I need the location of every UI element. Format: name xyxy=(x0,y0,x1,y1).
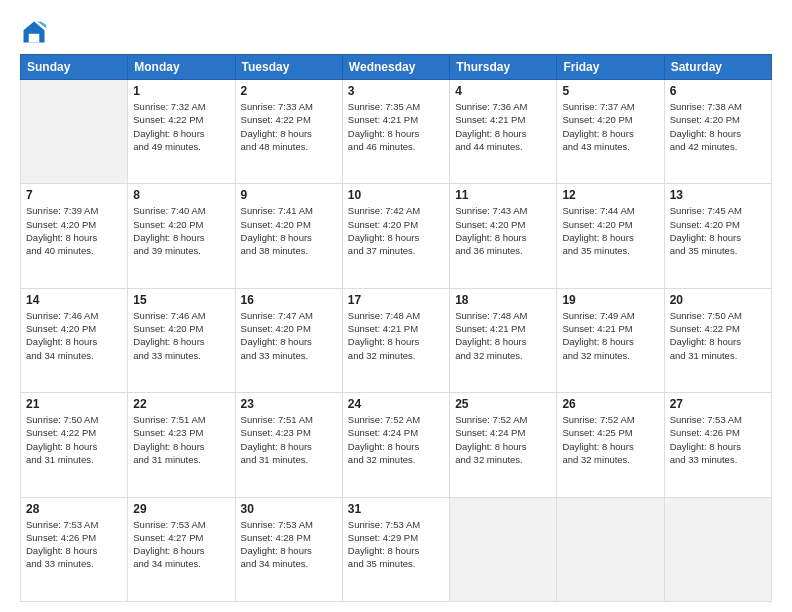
logo xyxy=(20,18,52,46)
day-info: Sunrise: 7:48 AM Sunset: 4:21 PM Dayligh… xyxy=(348,309,444,362)
day-info: Sunrise: 7:53 AM Sunset: 4:29 PM Dayligh… xyxy=(348,518,444,571)
day-number: 19 xyxy=(562,293,658,307)
day-number: 16 xyxy=(241,293,337,307)
day-number: 31 xyxy=(348,502,444,516)
svg-rect-2 xyxy=(29,34,40,43)
weekday-header-sunday: Sunday xyxy=(21,55,128,80)
logo-icon xyxy=(20,18,48,46)
day-number: 10 xyxy=(348,188,444,202)
calendar-row-2: 14Sunrise: 7:46 AM Sunset: 4:20 PM Dayli… xyxy=(21,288,772,392)
weekday-header-saturday: Saturday xyxy=(664,55,771,80)
page: SundayMondayTuesdayWednesdayThursdayFrid… xyxy=(0,0,792,612)
calendar-cell: 13Sunrise: 7:45 AM Sunset: 4:20 PM Dayli… xyxy=(664,184,771,288)
weekday-header-tuesday: Tuesday xyxy=(235,55,342,80)
day-number: 6 xyxy=(670,84,766,98)
day-info: Sunrise: 7:53 AM Sunset: 4:26 PM Dayligh… xyxy=(670,413,766,466)
day-info: Sunrise: 7:41 AM Sunset: 4:20 PM Dayligh… xyxy=(241,204,337,257)
calendar-cell: 2Sunrise: 7:33 AM Sunset: 4:22 PM Daylig… xyxy=(235,80,342,184)
day-number: 2 xyxy=(241,84,337,98)
calendar-cell: 30Sunrise: 7:53 AM Sunset: 4:28 PM Dayli… xyxy=(235,497,342,601)
day-number: 23 xyxy=(241,397,337,411)
calendar-cell: 18Sunrise: 7:48 AM Sunset: 4:21 PM Dayli… xyxy=(450,288,557,392)
calendar-cell: 9Sunrise: 7:41 AM Sunset: 4:20 PM Daylig… xyxy=(235,184,342,288)
day-number: 8 xyxy=(133,188,229,202)
day-info: Sunrise: 7:38 AM Sunset: 4:20 PM Dayligh… xyxy=(670,100,766,153)
day-number: 3 xyxy=(348,84,444,98)
calendar-cell: 27Sunrise: 7:53 AM Sunset: 4:26 PM Dayli… xyxy=(664,393,771,497)
calendar-cell: 23Sunrise: 7:51 AM Sunset: 4:23 PM Dayli… xyxy=(235,393,342,497)
header xyxy=(20,18,772,46)
day-info: Sunrise: 7:46 AM Sunset: 4:20 PM Dayligh… xyxy=(26,309,122,362)
weekday-header-thursday: Thursday xyxy=(450,55,557,80)
day-info: Sunrise: 7:52 AM Sunset: 4:24 PM Dayligh… xyxy=(455,413,551,466)
day-info: Sunrise: 7:47 AM Sunset: 4:20 PM Dayligh… xyxy=(241,309,337,362)
calendar-cell: 31Sunrise: 7:53 AM Sunset: 4:29 PM Dayli… xyxy=(342,497,449,601)
day-number: 25 xyxy=(455,397,551,411)
day-number: 4 xyxy=(455,84,551,98)
day-number: 27 xyxy=(670,397,766,411)
day-info: Sunrise: 7:45 AM Sunset: 4:20 PM Dayligh… xyxy=(670,204,766,257)
calendar-cell: 7Sunrise: 7:39 AM Sunset: 4:20 PM Daylig… xyxy=(21,184,128,288)
day-info: Sunrise: 7:39 AM Sunset: 4:20 PM Dayligh… xyxy=(26,204,122,257)
calendar-cell: 17Sunrise: 7:48 AM Sunset: 4:21 PM Dayli… xyxy=(342,288,449,392)
day-number: 28 xyxy=(26,502,122,516)
calendar-cell: 26Sunrise: 7:52 AM Sunset: 4:25 PM Dayli… xyxy=(557,393,664,497)
day-number: 13 xyxy=(670,188,766,202)
day-number: 30 xyxy=(241,502,337,516)
day-number: 7 xyxy=(26,188,122,202)
day-info: Sunrise: 7:32 AM Sunset: 4:22 PM Dayligh… xyxy=(133,100,229,153)
day-number: 21 xyxy=(26,397,122,411)
day-number: 5 xyxy=(562,84,658,98)
day-number: 29 xyxy=(133,502,229,516)
calendar-cell: 29Sunrise: 7:53 AM Sunset: 4:27 PM Dayli… xyxy=(128,497,235,601)
day-info: Sunrise: 7:52 AM Sunset: 4:24 PM Dayligh… xyxy=(348,413,444,466)
day-info: Sunrise: 7:46 AM Sunset: 4:20 PM Dayligh… xyxy=(133,309,229,362)
calendar-table: SundayMondayTuesdayWednesdayThursdayFrid… xyxy=(20,54,772,602)
day-number: 9 xyxy=(241,188,337,202)
weekday-header-friday: Friday xyxy=(557,55,664,80)
day-info: Sunrise: 7:51 AM Sunset: 4:23 PM Dayligh… xyxy=(241,413,337,466)
calendar-cell: 28Sunrise: 7:53 AM Sunset: 4:26 PM Dayli… xyxy=(21,497,128,601)
day-number: 17 xyxy=(348,293,444,307)
calendar-cell: 6Sunrise: 7:38 AM Sunset: 4:20 PM Daylig… xyxy=(664,80,771,184)
day-number: 24 xyxy=(348,397,444,411)
day-info: Sunrise: 7:36 AM Sunset: 4:21 PM Dayligh… xyxy=(455,100,551,153)
day-info: Sunrise: 7:33 AM Sunset: 4:22 PM Dayligh… xyxy=(241,100,337,153)
day-info: Sunrise: 7:37 AM Sunset: 4:20 PM Dayligh… xyxy=(562,100,658,153)
day-number: 18 xyxy=(455,293,551,307)
calendar-cell xyxy=(21,80,128,184)
calendar-cell: 5Sunrise: 7:37 AM Sunset: 4:20 PM Daylig… xyxy=(557,80,664,184)
weekday-header-monday: Monday xyxy=(128,55,235,80)
day-info: Sunrise: 7:49 AM Sunset: 4:21 PM Dayligh… xyxy=(562,309,658,362)
calendar-cell: 24Sunrise: 7:52 AM Sunset: 4:24 PM Dayli… xyxy=(342,393,449,497)
day-number: 14 xyxy=(26,293,122,307)
day-number: 12 xyxy=(562,188,658,202)
calendar-row-0: 1Sunrise: 7:32 AM Sunset: 4:22 PM Daylig… xyxy=(21,80,772,184)
calendar-cell: 16Sunrise: 7:47 AM Sunset: 4:20 PM Dayli… xyxy=(235,288,342,392)
day-info: Sunrise: 7:53 AM Sunset: 4:27 PM Dayligh… xyxy=(133,518,229,571)
day-number: 15 xyxy=(133,293,229,307)
calendar-cell: 12Sunrise: 7:44 AM Sunset: 4:20 PM Dayli… xyxy=(557,184,664,288)
calendar-cell: 25Sunrise: 7:52 AM Sunset: 4:24 PM Dayli… xyxy=(450,393,557,497)
day-info: Sunrise: 7:35 AM Sunset: 4:21 PM Dayligh… xyxy=(348,100,444,153)
day-info: Sunrise: 7:43 AM Sunset: 4:20 PM Dayligh… xyxy=(455,204,551,257)
calendar-row-3: 21Sunrise: 7:50 AM Sunset: 4:22 PM Dayli… xyxy=(21,393,772,497)
day-info: Sunrise: 7:52 AM Sunset: 4:25 PM Dayligh… xyxy=(562,413,658,466)
weekday-header-wednesday: Wednesday xyxy=(342,55,449,80)
calendar-cell: 8Sunrise: 7:40 AM Sunset: 4:20 PM Daylig… xyxy=(128,184,235,288)
day-number: 1 xyxy=(133,84,229,98)
calendar-cell: 10Sunrise: 7:42 AM Sunset: 4:20 PM Dayli… xyxy=(342,184,449,288)
calendar-cell xyxy=(557,497,664,601)
calendar-cell: 22Sunrise: 7:51 AM Sunset: 4:23 PM Dayli… xyxy=(128,393,235,497)
day-info: Sunrise: 7:53 AM Sunset: 4:28 PM Dayligh… xyxy=(241,518,337,571)
calendar-cell xyxy=(664,497,771,601)
calendar-cell: 4Sunrise: 7:36 AM Sunset: 4:21 PM Daylig… xyxy=(450,80,557,184)
calendar-cell: 15Sunrise: 7:46 AM Sunset: 4:20 PM Dayli… xyxy=(128,288,235,392)
calendar-cell: 3Sunrise: 7:35 AM Sunset: 4:21 PM Daylig… xyxy=(342,80,449,184)
day-info: Sunrise: 7:42 AM Sunset: 4:20 PM Dayligh… xyxy=(348,204,444,257)
calendar-cell: 14Sunrise: 7:46 AM Sunset: 4:20 PM Dayli… xyxy=(21,288,128,392)
calendar-row-1: 7Sunrise: 7:39 AM Sunset: 4:20 PM Daylig… xyxy=(21,184,772,288)
day-info: Sunrise: 7:50 AM Sunset: 4:22 PM Dayligh… xyxy=(670,309,766,362)
calendar-cell: 11Sunrise: 7:43 AM Sunset: 4:20 PM Dayli… xyxy=(450,184,557,288)
calendar-cell xyxy=(450,497,557,601)
